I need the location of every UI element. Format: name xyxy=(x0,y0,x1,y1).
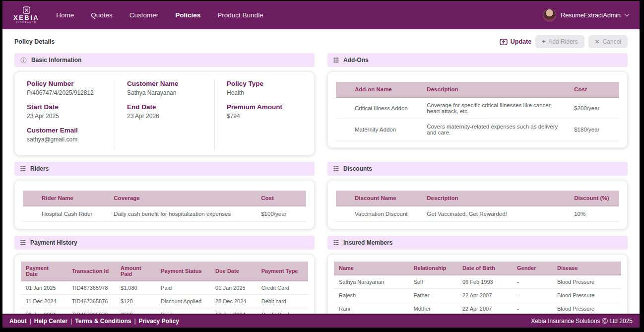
brand-logo[interactable]: XEBIA INSURANCE xyxy=(13,6,39,24)
page-title: Policy Details xyxy=(14,38,55,45)
insured-members-table: NameRelationshipDate of BirthGenderDisea… xyxy=(334,262,621,314)
table-cell: $100/year xyxy=(255,206,306,222)
field-label: Premium Amount xyxy=(227,103,303,111)
table-cell: $1,080 xyxy=(116,281,156,295)
field-value: sathya@gmail.com xyxy=(27,136,104,143)
section-title: Add-Ons xyxy=(343,57,369,64)
section-add-ons: Add-Ons Add-on NameDescriptionCost Criti… xyxy=(327,53,628,155)
table-header-row: Payment DateTransaction IdAmount PaidPay… xyxy=(21,262,308,281)
field-label: Policy Number xyxy=(27,80,104,87)
table-cell: Vaccination Discount xyxy=(336,206,421,222)
table-cell: 01 Jan 2025 xyxy=(21,281,67,295)
section-title: Insured Members xyxy=(343,239,392,246)
discounts-header: Discounts xyxy=(327,162,628,176)
sections-grid: Basic Information Policy Number P/406747… xyxy=(14,53,628,314)
list-icon xyxy=(20,166,26,172)
field-label: End Date xyxy=(127,103,203,111)
table-cell: Coverage for specific critical illnesses… xyxy=(421,97,568,119)
field-label: Customer Email xyxy=(27,127,104,134)
table-cell: 22 Apr 2007 xyxy=(457,289,512,302)
table-cell: Self xyxy=(409,275,457,289)
cancel-label: Cancel xyxy=(603,38,621,45)
add-riders-button[interactable]: + Add Riders xyxy=(535,35,584,48)
table-row: Hospital Cash RiderDaily cash benefit fo… xyxy=(23,206,306,222)
table-cell: Blood Pressure xyxy=(552,275,621,289)
add-riders-label: Add Riders xyxy=(548,38,578,45)
table-header-cell: Disease xyxy=(552,262,621,275)
nav-item-quotes[interactable]: Quotes xyxy=(91,11,113,19)
section-title: Basic Information xyxy=(31,57,81,64)
avatar[interactable] xyxy=(543,8,556,22)
table-cell: Debit card xyxy=(257,295,308,308)
footer-link-about[interactable]: About xyxy=(9,318,27,325)
table-cell: 10 Jun 2024 xyxy=(210,308,257,314)
table-cell: Rajesh xyxy=(334,289,409,302)
payment-history-table: Payment DateTransaction IdAmount PaidPay… xyxy=(21,262,308,314)
table-header-row: Add-on NameDescriptionCost xyxy=(336,82,619,97)
update-label: Update xyxy=(511,38,531,45)
nav-item-policies[interactable]: Policies xyxy=(175,11,200,19)
table-row: RaniMother22 Apr 2007-Blood Pressure xyxy=(334,302,621,314)
nav-item-home[interactable]: Home xyxy=(56,11,74,19)
table-cell: Rani xyxy=(334,302,409,314)
nav-item-product-bundle[interactable]: Product Bundle xyxy=(217,11,263,19)
table-header-cell: Due Date xyxy=(210,262,257,281)
user-menu[interactable]: ResumeExtractAdmin xyxy=(543,8,629,22)
table-row: 01 Jan 2025TID467365978$1,080Paid01 Jan … xyxy=(21,281,308,295)
top-navbar: XEBIA INSURANCE Home Quotes Customer Pol… xyxy=(2,1,640,29)
footer-separator: | xyxy=(30,318,31,325)
table-header-cell: Cost xyxy=(255,191,306,206)
footer-separator: | xyxy=(70,318,72,325)
main-content: Policy Details Update + Add Riders ✕ Can… xyxy=(2,29,640,314)
basic-information-header: Basic Information xyxy=(14,53,315,67)
table-header-cell: Gender xyxy=(512,262,552,275)
table-cell: TID467365978 xyxy=(67,281,116,295)
field-value: 23 Apr 2026 xyxy=(127,113,203,120)
footer-link-help-center[interactable]: Help Center xyxy=(34,318,67,325)
section-basic-information: Basic Information Policy Number P/406747… xyxy=(14,53,315,155)
table-row: 11 Dec 2024TID467365876$120Discount Appl… xyxy=(21,295,308,308)
basic-info-column-2: Customer Name Sathya Narayanan End Date … xyxy=(115,80,214,150)
update-button[interactable]: Update xyxy=(500,38,531,45)
field-label: Customer Name xyxy=(127,80,203,87)
table-body: Vaccination DiscountGet Vaccinated, Get … xyxy=(336,206,619,222)
table-header-cell: Discount Name xyxy=(336,191,421,206)
chevron-down-icon xyxy=(625,12,630,17)
table-header-cell: Description xyxy=(421,191,568,206)
list-icon xyxy=(333,240,339,246)
table-header-cell: Relationship xyxy=(409,262,457,275)
nav-item-customer[interactable]: Customer xyxy=(129,11,159,19)
user-name: ResumeExtractAdmin xyxy=(561,12,621,19)
insured-members-card: NameRelationshipDate of BirthGenderDisea… xyxy=(327,254,628,314)
table-header-cell: Payment Type xyxy=(257,262,308,281)
footer-link-terms[interactable]: Terms & Conditions xyxy=(75,318,131,325)
field-label: Start Date xyxy=(27,103,104,111)
table-cell: - xyxy=(512,275,552,289)
field-value: P/406747/4/2025/912812 xyxy=(27,89,104,96)
table-cell: $180/year xyxy=(568,119,619,140)
table-header-cell: Cost xyxy=(568,82,619,97)
payment-history-header: Payment History xyxy=(14,236,315,250)
table-cell: Sathya Narayanan xyxy=(334,275,409,289)
cancel-button[interactable]: ✕ Cancel xyxy=(588,35,628,48)
riders-card: Rider NameCoverageCost Hospital Cash Rid… xyxy=(14,180,315,229)
table-cell: Get Vaccinated, Get Rewarded! xyxy=(421,206,568,222)
info-icon xyxy=(20,57,27,64)
table-header-cell: Payment Status xyxy=(156,262,210,281)
table-cell: TID467365876 xyxy=(67,295,116,308)
table-cell: 22 Apr 2007 xyxy=(457,302,512,314)
footer-link-privacy[interactable]: Privacy Policy xyxy=(139,318,179,325)
table-body: 01 Jan 2025TID467365978$1,080Paid01 Jan … xyxy=(21,281,308,314)
riders-table: Rider NameCoverageCost Hospital Cash Rid… xyxy=(23,191,306,222)
table-header-cell: Rider Name xyxy=(23,191,108,206)
section-insured-members: Insured Members NameRelationshipDate of … xyxy=(327,236,628,314)
app-window: XEBIA INSURANCE Home Quotes Customer Pol… xyxy=(0,0,644,332)
footer-separator: | xyxy=(134,318,135,325)
table-cell: Covers maternity-related expenses such a… xyxy=(421,119,568,140)
table-header-cell: Add-on Name xyxy=(336,82,421,97)
table-body: Sathya NarayananSelf06 Feb 1993-Blood Pr… xyxy=(334,275,621,314)
field-label: Policy Type xyxy=(227,80,303,87)
table-cell: Discount Applied xyxy=(156,295,210,308)
section-discounts: Discounts Discount NameDescriptionDiscou… xyxy=(327,162,628,229)
list-icon xyxy=(20,240,26,246)
